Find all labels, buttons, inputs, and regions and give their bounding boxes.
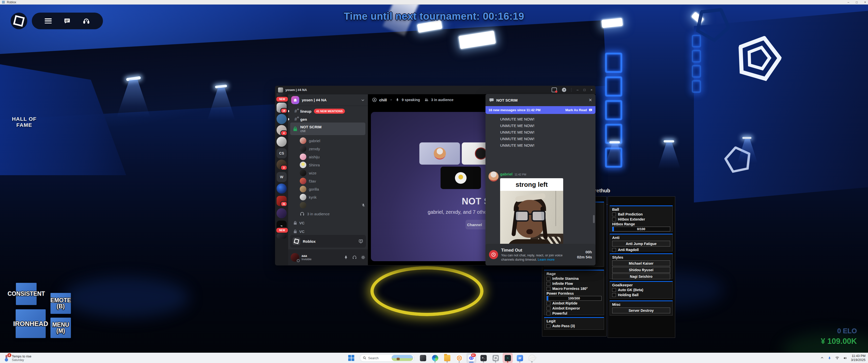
participant-tile[interactable]: [440, 167, 481, 189]
taskbar-app-medal[interactable]: M: [515, 353, 525, 363]
gear-icon[interactable]: [361, 255, 365, 260]
rage-macro-formless[interactable]: Macro Formless 180°: [547, 286, 601, 291]
server-icon[interactable]: [277, 208, 287, 218]
participant-tile[interactable]: [420, 142, 460, 165]
close-icon[interactable]: ×: [589, 97, 592, 103]
holding-ball[interactable]: Holding Ball: [612, 292, 670, 297]
maximize-button[interactable]: □: [584, 88, 586, 92]
scrollbar-thumb[interactable]: [593, 215, 595, 223]
audience-row[interactable]: 3 in audience: [300, 210, 365, 218]
ironhead-button[interactable]: IRONHEAD: [16, 309, 46, 338]
ball-prediction[interactable]: Ball Prediction: [612, 212, 670, 217]
taskbar-app-edge[interactable]: [430, 353, 440, 363]
taskbar-app-dark[interactable]: [418, 353, 428, 363]
server-icon[interactable]: CS: [277, 148, 287, 158]
server-icon[interactable]: 18: [277, 103, 287, 113]
tray-mic-icon[interactable]: [828, 356, 831, 360]
anti-ragdoll[interactable]: Anti Ragdoll: [612, 247, 670, 252]
power-formless-slider[interactable]: 100/300: [547, 296, 601, 301]
taskbar-app-roblox[interactable]: [491, 353, 501, 363]
voice-member-row[interactable]: Shinra: [300, 161, 365, 169]
consistent-button[interactable]: CONSISTENT: [16, 283, 37, 305]
voice-member-row[interactable]: wize: [300, 169, 365, 177]
rage-infinite-stamina[interactable]: Infinite Stamina: [547, 276, 601, 281]
server-icon[interactable]: W: [277, 172, 287, 182]
auto-gk-beta[interactable]: Auto GK (Beta): [612, 287, 670, 292]
rage-aimbot-riptide[interactable]: Aimbot Riptide: [547, 301, 601, 306]
popout-header[interactable]: NOT SCRIM ×: [486, 94, 595, 106]
server-icon[interactable]: 3: [277, 160, 287, 170]
channel-gen[interactable]: # gen: [288, 116, 366, 123]
server-icon[interactable]: [277, 233, 287, 239]
checkbox[interactable]: [612, 218, 616, 221]
image-attachment[interactable]: strong left: [500, 178, 563, 254]
os-minimize-button[interactable]: –: [847, 0, 849, 4]
mic-icon[interactable]: [344, 255, 348, 260]
checkbox[interactable]: [547, 301, 550, 305]
wifi-icon[interactable]: [835, 356, 839, 360]
search-highlight-image[interactable]: [392, 355, 413, 361]
server-icon[interactable]: 4: [277, 125, 287, 135]
server-destroy-button[interactable]: Server Destroy: [612, 307, 670, 314]
emote-button[interactable]: EMOTE (B): [51, 293, 71, 314]
hitbox-range-slider[interactable]: 0/100: [612, 227, 670, 231]
close-button[interactable]: ×: [590, 88, 592, 92]
os-close-button[interactable]: ×: [864, 0, 866, 4]
avatar[interactable]: [489, 171, 499, 182]
menu-button[interactable]: MENU (M): [51, 318, 71, 338]
taskbar-app-spiral[interactable]: [454, 353, 464, 363]
voice-member-row[interactable]: aishiju: [300, 153, 365, 161]
os-maximize-button[interactable]: □: [856, 0, 858, 4]
activity-panel[interactable]: Roblox: [290, 235, 366, 248]
channel-vc-2[interactable]: VC: [288, 228, 366, 235]
learn-more-link[interactable]: Learn more: [538, 258, 554, 261]
screen-share-icon[interactable]: [358, 239, 363, 243]
voice-member-row[interactable]: gorilla: [300, 185, 365, 193]
taskbar-weather-widget[interactable]: 6 Temps to rise Saturday: [0, 355, 83, 362]
voice-member-row-muted[interactable]: [300, 201, 365, 209]
voice-member-row[interactable]: gabriel: [300, 137, 365, 145]
checkbox[interactable]: [547, 306, 550, 310]
rage-aimbot-emperor[interactable]: Aimbot Emperor: [547, 306, 601, 311]
server-icon[interactable]: 31: [277, 196, 287, 206]
voice-member-row[interactable]: zerxdy: [300, 145, 365, 153]
taskbar-app-planet[interactable]: [527, 353, 537, 363]
mark-as-read-button[interactable]: Mark As Read: [565, 108, 587, 112]
help-icon[interactable]: ?: [562, 88, 566, 92]
minimize-button[interactable]: –: [577, 88, 578, 92]
inbox-icon[interactable]: [552, 88, 557, 92]
message-author[interactable]: gabriel11:42 PM: [500, 172, 526, 176]
rage-powerful[interactable]: Powerful: [547, 311, 601, 316]
checkbox[interactable]: [547, 282, 550, 286]
taskbar-search[interactable]: Search: [360, 354, 414, 362]
checkbox[interactable]: [547, 311, 550, 316]
start-button[interactable]: [346, 353, 356, 363]
checkbox[interactable]: [612, 212, 616, 216]
checkbox[interactable]: [612, 288, 616, 292]
taskbar-app-discord[interactable]: 9+: [466, 353, 476, 363]
checkbox[interactable]: [547, 287, 550, 291]
anti-jump-fatigue-button[interactable]: Anti Jump Fatigue: [612, 241, 670, 246]
taskbar-clock[interactable]: 11:43 PM 3/19/2025: [851, 354, 866, 362]
style-michael-kaiser-button[interactable]: Michael Kaiser: [612, 260, 670, 266]
voice-channel-not-scrim[interactable]: NOT SCRIM chill: [290, 123, 365, 135]
server-icon[interactable]: [277, 137, 287, 147]
server-header[interactable]: yosen | #4 NA: [288, 94, 368, 106]
speaker-icon[interactable]: [843, 356, 847, 360]
taskbar-app-recorder[interactable]: ~: [503, 353, 513, 363]
rage-infinite-flow[interactable]: Infinite Flow: [547, 281, 601, 286]
channel-vc-1[interactable]: VC: [288, 219, 366, 227]
legit-auto-pass[interactable]: Auto Pass (3): [547, 323, 601, 328]
channel-lineup[interactable]: # lineup 41 NEW MENTIONS: [288, 107, 366, 115]
style-nagi-seishiro-button[interactable]: Nagi Seishiro: [612, 273, 670, 279]
hitbox-extender[interactable]: Hitbox Extender: [612, 217, 670, 222]
server-icon[interactable]: [277, 114, 287, 124]
voice-member-row[interactable]: f3av: [300, 177, 365, 185]
taskbar-app-explorer[interactable]: [442, 353, 452, 363]
taskbar-app-terminal[interactable]: >_: [478, 353, 489, 363]
tray-chevron-icon[interactable]: [820, 356, 824, 360]
new-messages-banner[interactable]: 16 new messages since 11:42 PM Mark As R…: [486, 106, 595, 114]
os-window-titlebar[interactable]: Roblox – □ ×: [0, 0, 868, 4]
user-avatar[interactable]: [291, 253, 299, 262]
discord-titlebar[interactable]: yosen | #4 NA ? – □ ×: [275, 86, 595, 94]
